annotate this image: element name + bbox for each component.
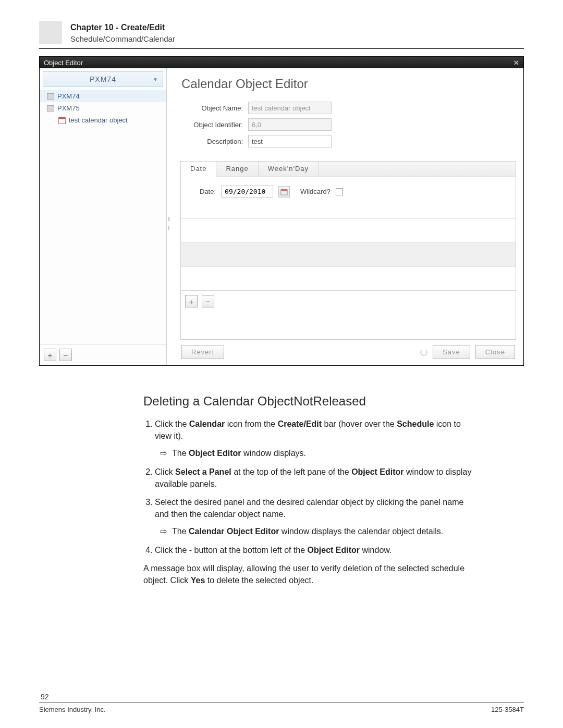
step-2: Click Select a Panel at the top of the l…: [155, 466, 477, 490]
logo-placeholder: [39, 21, 62, 44]
tab-range[interactable]: Range: [216, 162, 258, 177]
result-arrow-icon: ⇨: [160, 525, 167, 537]
wildcard-label: Wildcard?: [300, 188, 331, 195]
footer-docid: 125-3584T: [491, 706, 524, 713]
tree-item-test-calendar-object[interactable]: test calendar object: [40, 114, 166, 126]
date-label: Date:: [200, 188, 216, 195]
chevron-down-icon: ▼: [153, 77, 158, 82]
date-tab-panel: Date Range Week'n'Day Date:: [180, 161, 516, 340]
chapter-title: Chapter 10 - Create/Edit: [70, 23, 175, 32]
tree-item-pxm74[interactable]: PXM74: [40, 90, 166, 102]
object-identifier-label: Object Identifier:: [180, 121, 248, 129]
tree-remove-button[interactable]: −: [59, 349, 72, 361]
save-button[interactable]: Save: [433, 345, 470, 359]
object-name-field: [248, 102, 332, 114]
left-tree-panel: PXM74 ▼ PXM74 PXM75 test calendar object: [40, 68, 167, 365]
busy-spinner-icon: [420, 349, 427, 356]
object-name-label: Object Name:: [180, 104, 248, 112]
svg-rect-1: [281, 189, 287, 191]
window-titlebar: Object Editor ✕: [40, 57, 523, 68]
revert-button[interactable]: Revert: [181, 345, 224, 359]
grid-row: [181, 218, 516, 242]
entry-remove-button[interactable]: −: [202, 295, 214, 307]
date-input[interactable]: [221, 186, 273, 198]
result-arrow-icon: ⇨: [160, 447, 167, 459]
doc-header: Chapter 10 - Create/Edit Schedule/Comman…: [39, 21, 524, 49]
calendar-icon: [58, 117, 66, 124]
tab-date[interactable]: Date: [181, 162, 216, 177]
description-label: Description:: [180, 138, 248, 145]
trailing-paragraph: A message box will display, allowing the…: [143, 562, 477, 586]
section-heading: Deleting a Calendar ObjectNotReleased: [143, 394, 477, 409]
window-title: Object Editor: [44, 59, 83, 67]
page-number: 92: [41, 693, 49, 701]
close-button[interactable]: Close: [475, 345, 515, 359]
wildcard-checkbox[interactable]: [336, 188, 343, 195]
grid-row: [181, 242, 516, 266]
close-icon[interactable]: ✕: [513, 59, 519, 67]
breadcrumb: Schedule/Command/Calendar: [70, 34, 175, 43]
page-footer: Siemens Industry, Inc. 125-3584T: [39, 702, 524, 713]
object-editor-screenshot: Object Editor ✕ PXM74 ▼ PXM74 PXM75: [39, 56, 524, 366]
grid-row: [181, 266, 516, 290]
doc-body: Deleting a Calendar ObjectNotReleased Cl…: [143, 394, 477, 586]
entry-add-button[interactable]: +: [185, 295, 198, 307]
footer-company: Siemens Industry, Inc.: [39, 706, 106, 713]
splitter-handle[interactable]: [167, 214, 171, 233]
description-field[interactable]: [248, 135, 332, 147]
tab-weeknday[interactable]: Week'n'Day: [259, 162, 319, 177]
step-4: Click the - button at the bottom left of…: [155, 544, 477, 556]
tree-item-label: PXM74: [57, 92, 80, 100]
editor-title: Calendar Object Editor: [181, 77, 516, 91]
step-1: Click the Calendar icon from the Create/…: [155, 418, 477, 460]
panel-icon: [47, 93, 54, 100]
panel-icon: [47, 105, 54, 112]
date-picker-button[interactable]: [278, 186, 290, 198]
panel-selector-value: PXM74: [90, 75, 116, 83]
tree-add-button[interactable]: +: [44, 349, 56, 361]
editor-panel: Calendar Object Editor Object Name: Obje…: [167, 68, 523, 365]
panel-selector-dropdown[interactable]: PXM74 ▼: [43, 71, 163, 87]
tree-item-label: PXM75: [57, 104, 80, 112]
object-identifier-field: [248, 118, 332, 131]
calendar-icon: [280, 188, 288, 195]
tree-item-label: test calendar object: [69, 116, 128, 124]
tree-item-pxm75[interactable]: PXM75: [40, 102, 166, 114]
step-3: Select the desired panel and the desired…: [155, 496, 477, 538]
